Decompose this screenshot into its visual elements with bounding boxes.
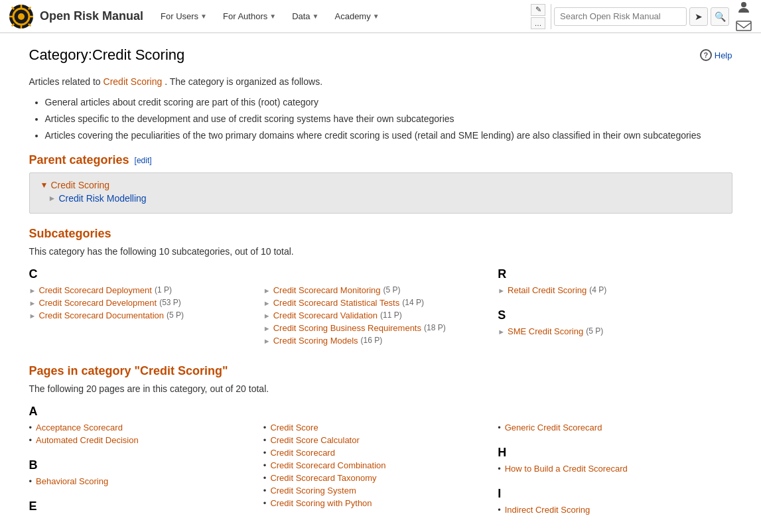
user-icon[interactable] — [734, 0, 753, 17]
cat-arrow-right: ► — [48, 194, 56, 203]
subcat-link-sme[interactable]: SME Credit Scoring — [508, 326, 583, 336]
intro-text2: . The category is organized as follows. — [165, 76, 322, 87]
logo-area[interactable]: Open Risk Manual Open Risk Manual — [8, 3, 143, 30]
subcat-item-statistical: ► Credit Scorecard Statistical Tests (14… — [263, 298, 484, 308]
subcat-link-retail[interactable]: Retail Credit Scoring — [508, 285, 587, 295]
page-link-credit-scorecard[interactable]: Credit Scorecard — [270, 448, 335, 458]
parent-cat-link-1[interactable]: Credit Scoring — [50, 180, 109, 190]
logo-icon: Open Risk Manual — [8, 3, 35, 30]
page-link-credit-score-calc[interactable]: Credit Score Calculator — [270, 435, 359, 445]
subcat-item-models: ► Credit Scoring Models (16 P) — [263, 336, 484, 346]
subcat-link-statistical[interactable]: Credit Scorecard Statistical Tests — [273, 298, 400, 308]
help-label: Help — [715, 50, 732, 60]
subcat-arrow-3: ► — [29, 312, 36, 320]
edit-icon-btn[interactable]: ✎ — [531, 4, 545, 16]
page-link-scoring-system[interactable]: Credit Scoring System — [270, 486, 356, 496]
subcat-link-models[interactable]: Credit Scoring Models — [273, 336, 358, 346]
page-link-behavioral[interactable]: Behavioral Scoring — [36, 476, 108, 486]
share-icon-btn[interactable]: ➤ — [689, 7, 708, 26]
subcat-count-1: (1 P) — [155, 285, 172, 295]
search-icon-btn[interactable]: 🔍 — [711, 7, 729, 26]
header: Open Risk Manual Open Risk Manual For Us… — [0, 0, 761, 33]
subcat-arrow-9: ► — [498, 287, 505, 295]
bullet-3: Articles covering the peculiarities of t… — [45, 129, 732, 143]
main-content: Category:Credit Scoring ? Help Articles … — [16, 46, 746, 517]
parent-cat-edit[interactable]: [edit] — [135, 156, 152, 165]
nav-data[interactable]: Data ▼ — [285, 9, 325, 24]
user-area — [734, 0, 753, 35]
subcat-arrow-5: ► — [263, 299, 271, 307]
page-item-behavioral: • Behavioral Scoring — [29, 476, 250, 486]
subcat-count-4: (5 P) — [383, 285, 401, 295]
subcategories-title: Subcategories — [29, 227, 732, 241]
nav-for-users[interactable]: For Users ▼ — [154, 9, 214, 24]
subcat-link-monitoring[interactable]: Credit Scorecard Monitoring — [273, 285, 381, 295]
subcat-col-c: C ► Credit Scorecard Deployment (1 P) ► … — [29, 267, 263, 348]
page-item-automated: • Automated Credit Decision — [29, 435, 250, 445]
pages-col-c: • Credit Score • Credit Score Calculator… — [263, 405, 498, 517]
col-letter-empty — [263, 267, 484, 281]
page-item-credit-score: • Credit Score — [263, 423, 484, 432]
cat-arrow-down: ▼ — [40, 180, 48, 190]
subcat-item-sme: ► SME Credit Scoring (5 P) — [498, 326, 719, 336]
page-link-taxonomy[interactable]: Credit Scorecard Taxonomy — [270, 473, 376, 483]
subcat-col-middle: ► Credit Scorecard Monitoring (5 P) ► Cr… — [263, 267, 498, 348]
subcat-arrow-7: ► — [263, 324, 271, 332]
subcat-columns: C ► Credit Scorecard Deployment (1 P) ► … — [29, 267, 732, 348]
page-link-how-to-build[interactable]: How to Build a Credit Scorecard — [505, 464, 628, 474]
subcat-link-documentation[interactable]: Credit Scorecard Documentation — [38, 310, 164, 320]
credit-scoring-link[interactable]: Credit Scoring — [104, 76, 163, 87]
subcat-item-business-req: ► Credit Scoring Business Requirements (… — [263, 323, 484, 333]
subcat-count-2: (53 P) — [159, 298, 181, 307]
subcat-arrow-4: ► — [263, 287, 271, 295]
intro-paragraph: Articles related to Credit Scoring . The… — [29, 74, 732, 89]
page-item-credit-score-calc: • Credit Score Calculator — [263, 435, 484, 445]
page-link-scoring-python[interactable]: Credit Scoring with Python — [270, 498, 372, 508]
svg-text:Open Risk Manual: Open Risk Manual — [8, 29, 35, 30]
mail-icon[interactable] — [734, 17, 753, 35]
nav-authors-arrow: ▼ — [269, 13, 276, 20]
pages-col-letter-e: E — [29, 499, 250, 513]
pages-columns: A • Acceptance Scorecard • Automated Cre… — [29, 405, 732, 517]
page-item-combination: • Credit Scorecard Combination — [263, 460, 484, 470]
pages-col-letter-h: H — [498, 446, 719, 460]
page-link-automated[interactable]: Automated Credit Decision — [36, 435, 139, 445]
page-title-area: Category:Credit Scoring ? Help — [29, 46, 732, 64]
help-area[interactable]: ? Help — [700, 49, 732, 61]
more-btn[interactable]: … — [531, 17, 545, 29]
page-title: Category:Credit Scoring — [29, 46, 185, 64]
parent-cat-link-2[interactable]: Credit Risk Modelling — [58, 193, 146, 204]
svg-rect-13 — [736, 21, 751, 31]
subcat-count-3: (5 P) — [167, 310, 184, 320]
page-link-combination[interactable]: Credit Scorecard Combination — [270, 460, 385, 470]
subcat-link-development[interactable]: Credit Scorecard Development — [38, 298, 157, 308]
page-link-acceptance[interactable]: Acceptance Scorecard — [36, 423, 123, 432]
pages-col-letter-empty — [263, 405, 484, 419]
pages-col-letter-a: A — [29, 405, 250, 419]
parent-cat-item-1: ▼ Credit Scoring — [40, 180, 721, 190]
subcat-item-monitoring: ► Credit Scorecard Monitoring (5 P) — [263, 285, 484, 295]
subcat-link-business-req[interactable]: Credit Scoring Business Requirements — [273, 323, 421, 333]
toolbar-icons: ✎ … — [531, 4, 551, 29]
nav-for-authors[interactable]: For Authors ▼ — [216, 9, 283, 24]
page-item-scoring-system: • Credit Scoring System — [263, 486, 484, 496]
page-link-indirect[interactable]: Indirect Credit Scoring — [505, 505, 590, 515]
nav-data-arrow: ▼ — [312, 13, 319, 20]
page-link-generic[interactable]: Generic Credit Scorecard — [505, 423, 602, 432]
subcat-link-deployment[interactable]: Credit Scorecard Deployment — [38, 285, 152, 295]
col-letter-s: S — [498, 308, 719, 322]
page-link-credit-score[interactable]: Credit Score — [270, 423, 318, 432]
intro-bullets: General articles about credit scoring ar… — [45, 96, 732, 143]
subcat-item-documentation: ► Credit Scorecard Documentation (5 P) — [29, 310, 250, 320]
parent-cat-item-2: ► Credit Risk Modelling — [40, 193, 721, 204]
page-item-how-to-build: • How to Build a Credit Scorecard — [498, 464, 719, 474]
subcat-arrow-8: ► — [263, 337, 271, 345]
subcat-item-retail: ► Retail Credit Scoring (4 P) — [498, 285, 719, 295]
subcat-count-6: (11 P) — [380, 310, 402, 320]
pages-description: The following 20 pages are in this categ… — [29, 383, 732, 394]
page-item-credit-scorecard: • Credit Scorecard — [263, 448, 484, 458]
subcat-link-validation[interactable]: Credit Scorecard Validation — [273, 310, 378, 320]
search-input[interactable] — [554, 7, 687, 26]
nav-academy[interactable]: Academy ▼ — [328, 9, 386, 24]
subcat-arrow-2: ► — [29, 299, 36, 307]
